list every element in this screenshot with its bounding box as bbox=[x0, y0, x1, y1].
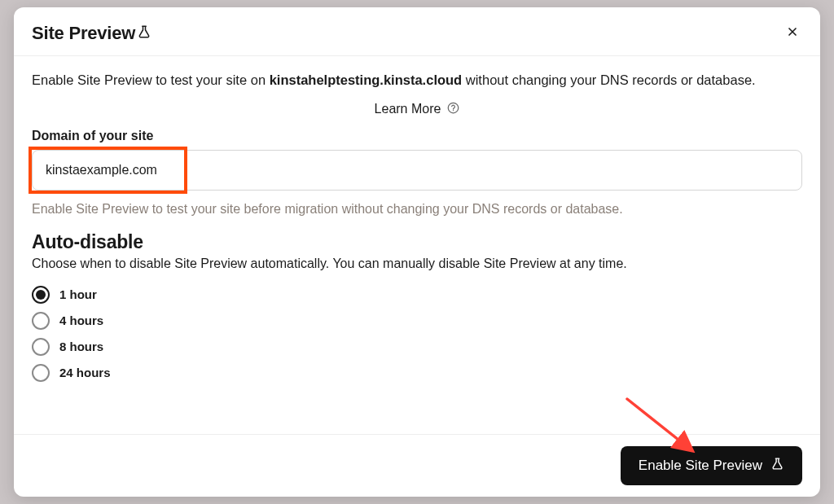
modal-title: Site Preview bbox=[32, 23, 135, 44]
close-button[interactable] bbox=[783, 22, 802, 44]
domain-input[interactable] bbox=[32, 150, 802, 191]
helper-text: Enable Site Preview to test your site be… bbox=[32, 202, 802, 217]
radio-label: 4 hours bbox=[59, 313, 103, 327]
help-icon bbox=[447, 102, 459, 117]
flask-icon bbox=[770, 457, 784, 475]
modal-footer: Enable Site Preview bbox=[14, 434, 820, 497]
learn-more-row: Learn More bbox=[32, 102, 802, 117]
radio-indicator bbox=[32, 338, 50, 356]
intro-text: Enable Site Preview to test your site on… bbox=[32, 71, 802, 90]
intro-prefix: Enable Site Preview to test your site on bbox=[32, 72, 270, 87]
radio-option-8-hours[interactable]: 8 hours bbox=[32, 338, 802, 356]
radio-indicator bbox=[32, 312, 50, 330]
auto-disable-radio-group: 1 hour 4 hours 8 hours 24 hours bbox=[32, 286, 802, 382]
modal-body: Enable Site Preview to test your site on… bbox=[14, 56, 820, 434]
intro-hostname: kinstahelptesting.kinsta.cloud bbox=[270, 72, 463, 87]
auto-disable-title: Auto-disable bbox=[32, 231, 802, 253]
radio-label: 24 hours bbox=[59, 366, 111, 379]
auto-disable-desc: Choose when to disable Site Preview auto… bbox=[32, 256, 802, 271]
svg-point-0 bbox=[449, 103, 459, 113]
domain-input-wrap bbox=[32, 150, 802, 191]
radio-option-24-hours[interactable]: 24 hours bbox=[32, 364, 802, 382]
flask-icon bbox=[137, 24, 151, 42]
radio-indicator bbox=[32, 286, 50, 304]
domain-label: Domain of your site bbox=[32, 129, 802, 143]
modal-header: Site Preview bbox=[14, 7, 820, 56]
close-icon bbox=[786, 28, 799, 41]
primary-button-label: Enable Site Preview bbox=[639, 458, 762, 474]
radio-option-1-hour[interactable]: 1 hour bbox=[32, 286, 802, 304]
radio-option-4-hours[interactable]: 4 hours bbox=[32, 312, 802, 330]
modal-title-wrap: Site Preview bbox=[32, 23, 151, 44]
radio-indicator bbox=[32, 364, 50, 382]
enable-site-preview-button[interactable]: Enable Site Preview bbox=[621, 446, 802, 485]
learn-more-link[interactable]: Learn More bbox=[375, 102, 460, 117]
learn-more-label: Learn More bbox=[375, 102, 441, 116]
intro-suffix: without changing your DNS records or dat… bbox=[462, 72, 755, 87]
site-preview-modal: Site Preview Enable Site Preview to test… bbox=[14, 7, 820, 497]
radio-label: 1 hour bbox=[59, 287, 97, 301]
radio-label: 8 hours bbox=[59, 340, 103, 353]
